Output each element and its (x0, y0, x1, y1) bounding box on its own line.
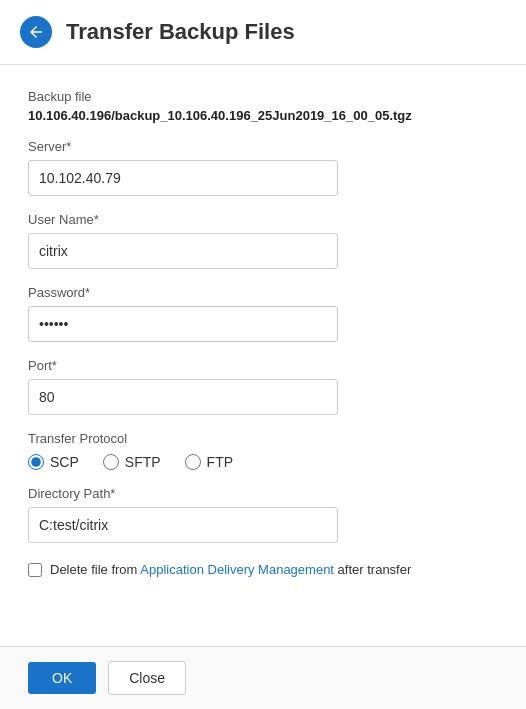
adm-highlight: Application Delivery Management (140, 562, 334, 577)
backup-file-group: Backup file 10.106.40.196/backup_10.106.… (28, 89, 498, 123)
port-group: Port* (28, 358, 498, 415)
backup-file-label: Backup file (28, 89, 498, 104)
port-label: Port* (28, 358, 498, 373)
port-input[interactable] (28, 379, 338, 415)
password-label: Password* (28, 285, 498, 300)
protocol-ftp-label: FTP (207, 454, 233, 470)
page-footer: OK Close (0, 646, 526, 709)
password-input[interactable] (28, 306, 338, 342)
password-group: Password* (28, 285, 498, 342)
protocol-label: Transfer Protocol (28, 431, 498, 446)
protocol-sftp-radio[interactable] (103, 454, 119, 470)
protocol-scp-item[interactable]: SCP (28, 454, 79, 470)
directory-group: Directory Path* (28, 486, 498, 543)
protocol-section: Transfer Protocol SCP SFTP FTP (28, 431, 498, 470)
backup-file-value: 10.106.40.196/backup_10.106.40.196_25Jun… (28, 108, 498, 123)
page-header: Transfer Backup Files (0, 0, 526, 65)
protocol-ftp-item[interactable]: FTP (185, 454, 233, 470)
delete-file-label[interactable]: Delete file from Application Delivery Ma… (50, 561, 411, 579)
protocol-ftp-radio[interactable] (185, 454, 201, 470)
ok-button[interactable]: OK (28, 662, 96, 694)
username-input[interactable] (28, 233, 338, 269)
protocol-sftp-item[interactable]: SFTP (103, 454, 161, 470)
protocol-scp-radio[interactable] (28, 454, 44, 470)
server-label: Server* (28, 139, 498, 154)
delete-checkbox-row: Delete file from Application Delivery Ma… (28, 561, 498, 579)
page-title: Transfer Backup Files (66, 19, 295, 45)
back-button[interactable] (20, 16, 52, 48)
form-content: Backup file 10.106.40.196/backup_10.106.… (0, 65, 526, 646)
username-label: User Name* (28, 212, 498, 227)
protocol-radio-group: SCP SFTP FTP (28, 454, 498, 470)
directory-input[interactable] (28, 507, 338, 543)
directory-label: Directory Path* (28, 486, 498, 501)
server-group: Server* (28, 139, 498, 196)
protocol-scp-label: SCP (50, 454, 79, 470)
protocol-sftp-label: SFTP (125, 454, 161, 470)
close-button[interactable]: Close (108, 661, 186, 695)
username-group: User Name* (28, 212, 498, 269)
server-input[interactable] (28, 160, 338, 196)
delete-file-checkbox[interactable] (28, 563, 42, 577)
